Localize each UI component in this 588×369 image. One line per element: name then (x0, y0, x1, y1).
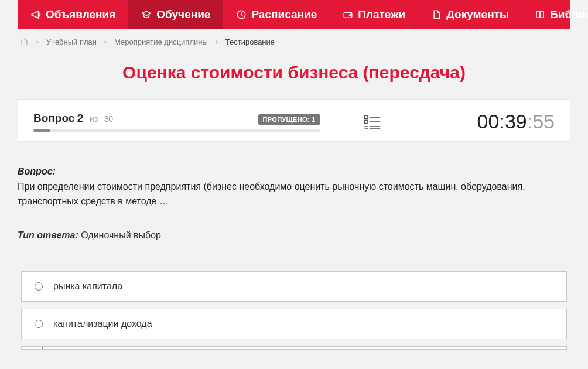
quiz-header: Вопрос 2 из 30 ПРОПУЩЕНО: 1 00:39:55 (18, 99, 570, 142)
book-icon (535, 9, 545, 20)
timer-sec: 39 (505, 110, 527, 132)
question-text: При определении стоимости предприятия (б… (18, 179, 570, 209)
answer-radio[interactable] (35, 346, 43, 350)
question-label: Вопрос: (18, 166, 56, 176)
question-word: Вопрос (33, 112, 74, 124)
answer-type: Тип ответа: Одиночный выбор (18, 230, 570, 241)
question-body: Вопрос: При определении стоимости предпр… (18, 164, 570, 209)
nav-item-schedule[interactable]: Расписание (223, 0, 330, 29)
breadcrumb-link[interactable]: Мероприятие дисциплины (114, 37, 208, 46)
chevron-right-icon (35, 39, 40, 45)
nav-label: Расписание (251, 8, 317, 21)
timer: 00:39:55 (425, 110, 555, 133)
clock-icon (236, 9, 247, 20)
of-word: из (90, 114, 98, 124)
nav-label: Обучение (156, 8, 210, 21)
page-title: Оценка стоимости бизнеса (пересдача) (18, 63, 570, 83)
graduation-icon (141, 9, 152, 20)
nav-item-education[interactable]: Обучение (128, 0, 223, 29)
question-number: 2 (77, 112, 84, 124)
nav-label: Документы (446, 8, 509, 21)
answer-label: рынка капитала (53, 281, 122, 292)
answer-radio[interactable] (35, 320, 43, 328)
answer-option[interactable]: рынка капитала (21, 271, 567, 302)
doc-icon (431, 9, 442, 20)
svg-point-2 (350, 15, 351, 16)
top-nav: Объявления Обучение Расписание Платежи Д… (18, 0, 570, 29)
timer-min: 00 (477, 110, 500, 132)
svg-rect-5 (364, 120, 367, 123)
nav-item-documents[interactable]: Документы (418, 0, 522, 29)
question-list-button[interactable] (320, 112, 425, 131)
answer-type-value: Одиночный выбор (81, 230, 161, 240)
answer-type-label: Тип ответа: (18, 230, 78, 240)
answer-option[interactable] (21, 346, 567, 350)
chevron-right-icon (102, 39, 108, 45)
home-icon[interactable] (20, 37, 29, 46)
answer-option[interactable]: капитализации дохода (21, 309, 567, 339)
nav-item-payments[interactable]: Платежи (330, 0, 418, 29)
nav-label: Библиотека (550, 8, 588, 21)
answers-list: рынка капитала капитализации дохода (18, 271, 570, 350)
nav-item-library[interactable]: Библиотека (522, 0, 588, 29)
timer-ms: 55 (532, 110, 555, 132)
nav-label: Объявления (46, 8, 115, 21)
progress-fill (33, 129, 50, 132)
breadcrumb-current: Тестирование (225, 37, 275, 46)
breadcrumb-link[interactable]: Учебный план (46, 37, 97, 46)
chevron-right-icon (214, 39, 220, 45)
nav-label: Платежи (358, 8, 405, 21)
megaphone-icon (30, 9, 41, 20)
svg-rect-3 (364, 115, 367, 118)
progress-bar (33, 129, 320, 132)
answer-radio[interactable] (35, 282, 43, 291)
breadcrumb: Учебный план Мероприятие дисциплины Тест… (18, 29, 570, 54)
answer-label: капитализации дохода (53, 319, 152, 329)
wallet-icon (343, 9, 353, 20)
question-total: 30 (104, 114, 114, 124)
skipped-badge: ПРОПУЩЕНО: 1 (258, 114, 320, 125)
nav-item-announcements[interactable]: Объявления (18, 0, 128, 29)
